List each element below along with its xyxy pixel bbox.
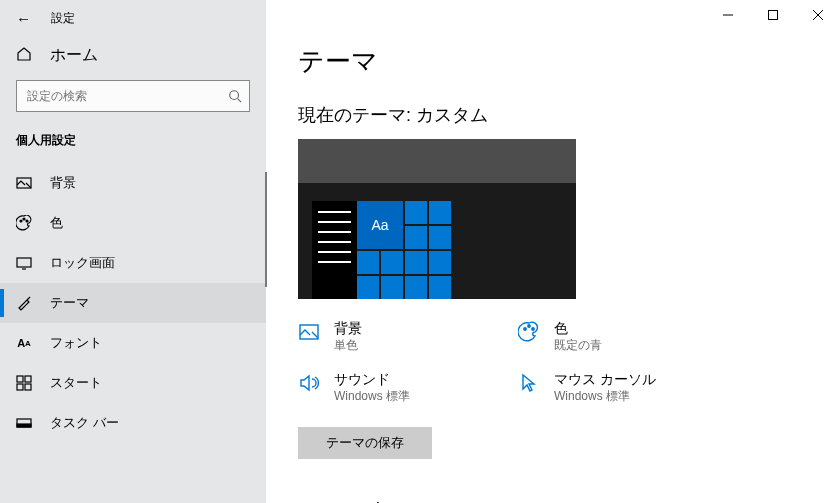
picture-icon xyxy=(16,175,32,191)
sidebar-item-colors[interactable]: 色 xyxy=(0,203,266,243)
brush-icon xyxy=(16,295,32,311)
theme-preview[interactable]: Aa xyxy=(298,139,576,299)
sidebar: ← 設定 ホーム 個人用設定 背景 色 xyxy=(0,0,266,503)
minimize-button[interactable] xyxy=(705,0,750,30)
svg-rect-9 xyxy=(25,384,31,390)
setting-value: Windows 標準 xyxy=(554,388,656,405)
setting-label: マウス カーソル xyxy=(554,370,656,388)
svg-point-0 xyxy=(230,91,239,100)
home-icon xyxy=(16,46,32,66)
window-title: 設定 xyxy=(51,10,75,27)
close-button[interactable] xyxy=(795,0,840,30)
sidebar-item-themes[interactable]: テーマ xyxy=(0,283,266,323)
svg-rect-7 xyxy=(25,376,31,382)
svg-point-3 xyxy=(23,218,25,220)
sidebar-item-label: ロック画面 xyxy=(50,254,115,272)
start-icon xyxy=(16,375,32,391)
sidebar-item-taskbar[interactable]: タスク バー xyxy=(0,403,266,443)
svg-point-15 xyxy=(532,328,534,330)
sidebar-item-label: 背景 xyxy=(50,174,76,192)
preview-tile-text: Aa xyxy=(357,201,403,249)
theme-setting-color[interactable]: 色 既定の青 xyxy=(518,319,738,354)
sidebar-section-heading: 個人用設定 xyxy=(0,132,266,163)
back-button[interactable]: ← xyxy=(16,11,31,26)
palette-icon xyxy=(518,321,540,343)
titlebar xyxy=(266,0,840,30)
picture-icon xyxy=(298,321,320,343)
svg-rect-6 xyxy=(17,376,23,382)
svg-rect-5 xyxy=(17,258,31,267)
font-icon: AA xyxy=(16,335,32,351)
setting-label: 背景 xyxy=(334,319,362,337)
sidebar-item-label: タスク バー xyxy=(50,414,119,432)
main-content: テーマ 現在のテーマ: カスタム Aa 背景 単色 xyxy=(266,0,840,503)
svg-rect-8 xyxy=(17,384,23,390)
theme-setting-cursor[interactable]: マウス カーソル Windows 標準 xyxy=(518,370,738,405)
scroll-indicator[interactable] xyxy=(265,172,267,287)
maximize-button[interactable] xyxy=(750,0,795,30)
home-label: ホーム xyxy=(50,45,98,66)
theme-setting-background[interactable]: 背景 単色 xyxy=(298,319,518,354)
search-input[interactable] xyxy=(16,80,250,112)
setting-value: 既定の青 xyxy=(554,337,602,354)
sidebar-item-background[interactable]: 背景 xyxy=(0,163,266,203)
setting-label: 色 xyxy=(554,319,602,337)
sidebar-item-label: スタート xyxy=(50,374,102,392)
svg-point-13 xyxy=(524,328,526,330)
save-theme-button[interactable]: テーマの保存 xyxy=(298,427,432,459)
svg-point-2 xyxy=(20,220,22,222)
palette-icon xyxy=(16,215,32,231)
setting-label: サウンド xyxy=(334,370,410,388)
page-title: テーマ xyxy=(298,44,840,79)
search-icon xyxy=(228,89,242,103)
current-theme-heading: 現在のテーマ: カスタム xyxy=(298,103,840,127)
speaker-icon xyxy=(298,372,320,394)
svg-point-4 xyxy=(26,220,28,222)
sidebar-item-label: フォント xyxy=(50,334,102,352)
theme-setting-sounds[interactable]: サウンド Windows 標準 xyxy=(298,370,518,405)
lockscreen-icon xyxy=(16,255,32,271)
setting-value: Windows 標準 xyxy=(334,388,410,405)
sidebar-item-lockscreen[interactable]: ロック画面 xyxy=(0,243,266,283)
change-theme-heading: テーマの変更 xyxy=(298,499,840,503)
svg-point-14 xyxy=(528,325,530,327)
sidebar-item-start[interactable]: スタート xyxy=(0,363,266,403)
svg-rect-11 xyxy=(17,424,31,427)
cursor-icon xyxy=(518,372,540,394)
sidebar-item-label: 色 xyxy=(50,214,63,232)
sidebar-item-label: テーマ xyxy=(50,294,89,312)
taskbar-icon xyxy=(16,415,32,431)
sidebar-item-fonts[interactable]: AA フォント xyxy=(0,323,266,363)
home-button[interactable]: ホーム xyxy=(0,35,266,80)
svg-rect-16 xyxy=(768,11,777,20)
setting-value: 単色 xyxy=(334,337,362,354)
